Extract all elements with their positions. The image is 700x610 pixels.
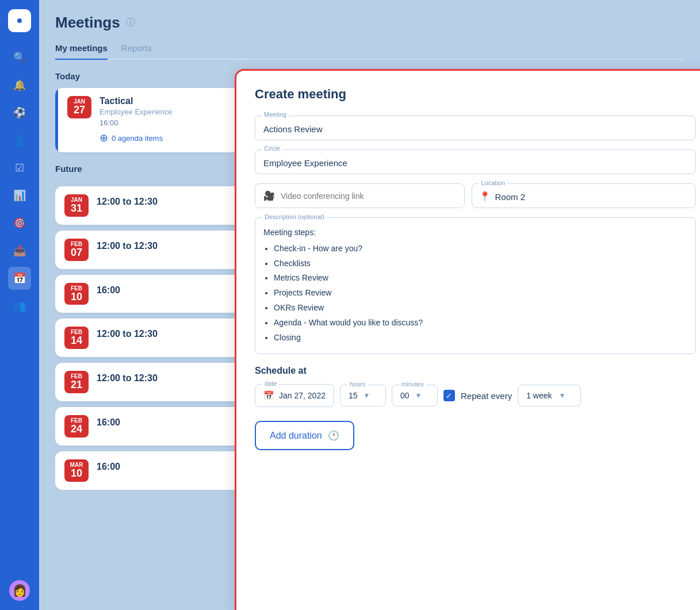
circle-field-label: Circle xyxy=(262,145,282,152)
repeat-value: 1 week xyxy=(526,391,552,400)
repeat-section: ✓ Repeat every 1 week ▼ xyxy=(443,385,581,406)
minutes-value: 00 xyxy=(400,391,410,400)
date-badge-0: Jan 31 xyxy=(64,194,89,217)
check-icon[interactable]: ☑ xyxy=(8,156,31,179)
meeting-input[interactable] xyxy=(255,116,696,140)
info-icon[interactable]: ⓘ xyxy=(126,17,135,29)
description-field[interactable]: Description (optional) Meeting steps: Ch… xyxy=(255,217,696,354)
meeting-field-label: Meeting xyxy=(262,111,289,118)
circle-input[interactable] xyxy=(255,149,696,174)
hours-label: hours xyxy=(347,381,368,388)
location-field[interactable]: Location 📍 Room 2 xyxy=(472,183,697,208)
chart-icon[interactable]: 📊 xyxy=(8,184,31,207)
calendar-picker-icon: 📅 xyxy=(263,390,274,401)
download-icon[interactable]: 📥 xyxy=(8,239,31,262)
location-icon: 📍 xyxy=(479,190,491,201)
list-item: Checklists xyxy=(274,257,687,271)
date-badge-4: Feb 21 xyxy=(64,371,89,393)
meeting-field: Meeting xyxy=(255,116,696,140)
video-location-row: 🎥 Location 📍 Room 2 xyxy=(255,183,696,208)
repeat-label: Repeat every xyxy=(461,391,512,401)
minutes-label: minutes xyxy=(399,381,426,388)
clock-icon: 🕐 xyxy=(328,430,339,441)
user-icon[interactable]: 👤 xyxy=(8,129,31,152)
video-input[interactable] xyxy=(281,191,456,201)
people-icon[interactable]: 👥 xyxy=(8,294,31,317)
minutes-chevron-icon: ▼ xyxy=(415,392,422,400)
calendar-icon[interactable]: 📅 xyxy=(8,267,31,290)
date-badge-5: Feb 24 xyxy=(64,415,89,438)
add-duration-button[interactable]: Add duration 🕐 xyxy=(255,421,354,450)
tab-reports[interactable]: Reports xyxy=(121,43,152,60)
repeat-select[interactable]: 1 week ▼ xyxy=(518,385,581,406)
date-badge-today: Jan 27 xyxy=(67,96,91,118)
description-content: Meeting steps: Check-in - How are you? C… xyxy=(263,226,687,344)
list-item: OKRs Review xyxy=(274,301,687,315)
create-meeting-modal: Create meeting Meeting Circle 🎥 Location… xyxy=(235,69,700,610)
video-field[interactable]: 🎥 xyxy=(255,183,465,208)
page-title: Meetings xyxy=(55,14,120,32)
date-badge-2: Feb 10 xyxy=(64,283,89,305)
svg-point-0 xyxy=(17,18,22,23)
circle-field: Circle xyxy=(255,149,696,174)
date-badge-3: Feb 14 xyxy=(64,327,89,349)
avatar[interactable]: 👩 xyxy=(9,580,30,601)
date-value: Jan 27, 2022 xyxy=(279,391,326,400)
location-label: Location xyxy=(479,179,508,186)
list-item: Check-in - How are you? xyxy=(274,242,687,256)
schedule-row: date 📅 Jan 27, 2022 hours 15 ▼ minutes 0… xyxy=(255,384,696,407)
list-item: Metrics Review xyxy=(274,271,687,285)
video-icon: 🎥 xyxy=(263,190,275,201)
app-logo[interactable] xyxy=(8,9,31,32)
description-label: Description (optional) xyxy=(262,213,327,220)
hours-select[interactable]: hours 15 ▼ xyxy=(340,385,386,406)
schedule-label: Schedule at xyxy=(255,366,696,376)
page-header: Meetings ⓘ xyxy=(55,14,684,32)
date-badge-6: Mar 10 xyxy=(64,459,89,482)
date-label: date xyxy=(262,380,279,387)
repeat-chevron-icon: ▼ xyxy=(559,392,566,400)
main-content: Meetings ⓘ My meetings Reports Today Jan… xyxy=(39,0,700,610)
minutes-select[interactable]: minutes 00 ▼ xyxy=(392,385,438,406)
modal-title: Create meeting xyxy=(255,87,696,102)
location-value: Room 2 xyxy=(495,190,688,202)
bell-icon[interactable]: 🔔 xyxy=(8,74,31,97)
description-header: Meeting steps: xyxy=(263,226,687,240)
date-badge-1: Feb 07 xyxy=(64,239,89,261)
tabs-bar: My meetings Reports xyxy=(55,43,684,60)
hours-chevron-icon: ▼ xyxy=(364,392,370,400)
date-picker[interactable]: date 📅 Jan 27, 2022 xyxy=(255,384,334,407)
repeat-checkbox[interactable]: ✓ xyxy=(443,390,455,401)
team-icon[interactable]: ⚽ xyxy=(8,101,31,124)
list-item: Agenda - What would you like to discuss? xyxy=(274,316,687,330)
search-icon[interactable]: 🔍 xyxy=(8,46,31,69)
add-duration-label: Add duration xyxy=(270,431,322,441)
tab-my-meetings[interactable]: My meetings xyxy=(55,43,108,60)
list-item: Closing xyxy=(274,331,687,345)
sidebar: 🔍 🔔 ⚽ 👤 ☑ 📊 🎯 📥 📅 👥 👩 xyxy=(0,0,39,610)
list-item: Projects Review xyxy=(274,286,687,300)
target-icon[interactable]: 🎯 xyxy=(8,212,31,235)
hours-value: 15 xyxy=(349,391,358,400)
description-list: Check-in - How are you? Checklists Metri… xyxy=(263,242,687,345)
